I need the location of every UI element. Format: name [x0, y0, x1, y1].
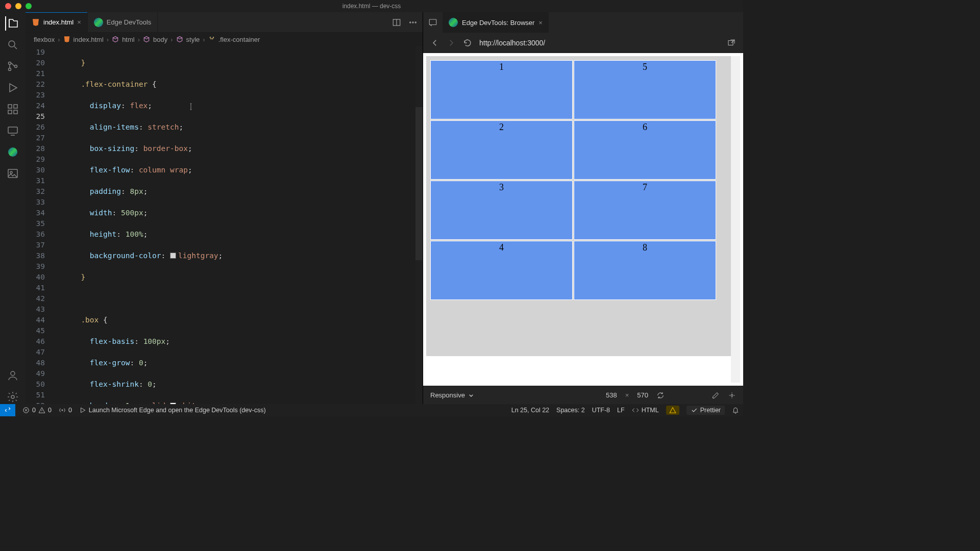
window-title: index.html — dev-css: [342, 3, 401, 10]
broadcast-icon: [59, 407, 66, 414]
crumb-file[interactable]: index.html: [74, 36, 104, 43]
preview-box: 3: [430, 181, 573, 240]
search-icon[interactable]: [6, 38, 20, 52]
preview-box: 2: [430, 120, 573, 180]
cursor-position[interactable]: Ln 25, Col 22: [511, 407, 549, 414]
svg-point-14: [410, 21, 411, 22]
editor-tab-bar: index.html × Edge DevTools: [26, 12, 423, 33]
crumb-body[interactable]: body: [153, 36, 167, 43]
edit-icon[interactable]: [712, 391, 720, 399]
problems-status[interactable]: 0 0: [22, 407, 52, 414]
edge-icon: [94, 18, 103, 27]
svg-point-11: [11, 371, 15, 375]
warning-icon: [669, 407, 676, 414]
window-zoom-button[interactable]: [26, 3, 32, 9]
tab-label: index.html: [43, 18, 74, 26]
minimap[interactable]: [415, 46, 423, 404]
image-icon[interactable]: [6, 166, 20, 181]
window-minimize-button[interactable]: [15, 3, 21, 9]
symbol-icon: [143, 36, 150, 43]
indent-status[interactable]: Spaces: 2: [556, 407, 585, 414]
code-icon: [632, 407, 639, 414]
explorer-icon[interactable]: [5, 16, 19, 31]
ports-status[interactable]: 0: [59, 407, 72, 414]
viewport-width[interactable]: 538: [606, 391, 617, 399]
status-bar: 0 0 0 Launch Microsoft Edge and open the…: [0, 404, 743, 416]
run-debug-icon[interactable]: [6, 81, 20, 95]
line-gutter: 1920212223242526272829303132333435363738…: [26, 46, 54, 404]
tab-index-html[interactable]: index.html ×: [26, 12, 88, 32]
page-preview: 1 2 3 4 5 6 7 8: [423, 53, 743, 386]
inspect-icon[interactable]: [728, 391, 736, 399]
activity-bar: [0, 12, 26, 404]
breadcrumb[interactable]: flexbox› index.html› html› body› style› …: [26, 33, 423, 46]
svg-point-2: [9, 68, 11, 71]
chevron-down-icon: [467, 391, 475, 399]
back-icon[interactable]: [430, 38, 439, 47]
code-content[interactable]: } .flex-container { display: flex; align…: [54, 46, 423, 404]
tab-devtools-browser[interactable]: Edge DevTools: Browser ×: [443, 12, 549, 33]
preview-box: 4: [430, 241, 573, 300]
eol-status[interactable]: LF: [617, 407, 625, 414]
preview-box: 1: [430, 60, 573, 119]
preview-box: 7: [574, 181, 716, 240]
screencast-icon[interactable]: [423, 12, 443, 33]
source-control-icon[interactable]: [6, 59, 20, 73]
css-rule-icon: [208, 36, 215, 43]
crumb-style[interactable]: style: [186, 36, 200, 43]
language-mode[interactable]: HTML: [632, 407, 659, 414]
browser-toolbar: http://localhost:3000/: [423, 33, 743, 53]
svg-point-16: [415, 21, 416, 22]
error-icon: [22, 407, 30, 414]
prettier-status[interactable]: Prettier: [687, 406, 725, 415]
close-icon[interactable]: ×: [538, 19, 543, 27]
edge-icon: [449, 18, 458, 27]
more-icon[interactable]: [408, 18, 418, 27]
preview-scrollbar[interactable]: [731, 56, 740, 383]
accounts-icon[interactable]: [6, 368, 20, 383]
svg-rect-17: [429, 19, 436, 25]
flex-container-preview: 1 2 3 4 5 6 7 8: [426, 56, 731, 356]
crumb-selector[interactable]: .flex-container: [218, 36, 260, 43]
svg-point-22: [731, 394, 733, 396]
svg-point-24: [62, 410, 63, 411]
launch-task[interactable]: Launch Microsoft Edge and open the Edge …: [79, 407, 266, 414]
device-select[interactable]: Responsive: [430, 391, 475, 399]
preview-box: 6: [574, 120, 716, 180]
html-file-icon: [32, 18, 40, 27]
window-close-button[interactable]: [5, 3, 11, 9]
viewport-height[interactable]: 570: [637, 391, 648, 399]
encoding-status[interactable]: UTF-8: [592, 407, 610, 414]
svg-point-1: [9, 62, 11, 65]
crumb-html[interactable]: html: [122, 36, 135, 43]
tab-edge-devtools[interactable]: Edge DevTools: [88, 12, 158, 32]
url-bar[interactable]: http://localhost:3000/: [479, 39, 720, 47]
edge-tools-icon[interactable]: [6, 145, 20, 159]
svg-rect-4: [8, 105, 12, 108]
bell-icon[interactable]: [732, 407, 739, 414]
extensions-icon[interactable]: [6, 102, 20, 116]
svg-point-3: [15, 65, 17, 68]
open-external-icon[interactable]: [727, 38, 736, 47]
svg-point-12: [11, 395, 14, 398]
warning-icon: [38, 407, 45, 414]
svg-point-10: [10, 171, 12, 173]
rotate-icon[interactable]: [656, 391, 665, 399]
svg-rect-6: [8, 110, 12, 114]
tab-label: Edge DevTools: [107, 18, 151, 26]
play-icon: [79, 407, 86, 414]
crumb-folder[interactable]: flexbox: [34, 36, 55, 43]
dimension-separator: ×: [625, 391, 629, 399]
code-editor[interactable]: 1920212223242526272829303132333435363738…: [26, 46, 423, 404]
split-editor-icon[interactable]: [392, 18, 401, 27]
devtools-tab-bar: Edge DevTools: Browser ×: [423, 12, 743, 33]
eslint-status[interactable]: [666, 406, 679, 415]
color-swatch[interactable]: [170, 253, 176, 259]
reload-icon[interactable]: [463, 38, 472, 47]
remote-status[interactable]: [0, 404, 15, 416]
svg-point-15: [412, 21, 413, 22]
svg-rect-21: [728, 41, 733, 45]
settings-icon[interactable]: [6, 390, 20, 404]
close-icon[interactable]: ×: [77, 18, 81, 26]
remote-icon[interactable]: [6, 123, 20, 138]
